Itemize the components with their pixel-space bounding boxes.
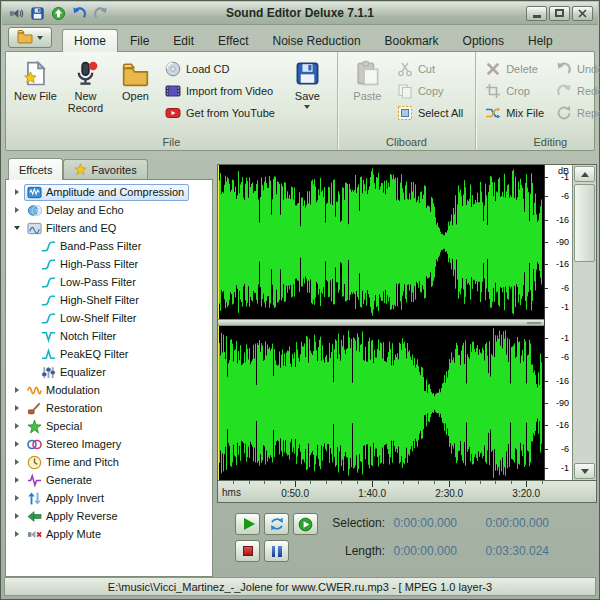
expand-arrow-icon[interactable] <box>10 189 24 195</box>
selection-start-value: 0:00:00.000 <box>385 516 457 530</box>
new-file-button[interactable]: New File <box>12 55 59 131</box>
close-button[interactable] <box>572 6 593 21</box>
maximize-button[interactable] <box>549 6 570 21</box>
qat-save-button[interactable] <box>28 4 46 22</box>
mix-file-button[interactable]: Mix File <box>482 102 550 123</box>
loop-icon <box>269 516 285 532</box>
tree-item-amplitude-and-compression[interactable]: Amplitude and Compression <box>6 183 212 201</box>
tree-item-modulation[interactable]: Modulation <box>6 381 212 399</box>
paste-button[interactable]: Paste <box>344 55 391 131</box>
loop-button[interactable] <box>264 513 289 535</box>
tree-item-apply-reverse[interactable]: Apply Reverse <box>6 507 212 525</box>
tab-help[interactable]: Help <box>516 30 565 51</box>
qat-redo-button[interactable] <box>91 4 109 22</box>
tree-item-peakeq-filter[interactable]: PeakEQ Filter <box>6 345 212 363</box>
ribbon: New FileNew RecordOpenLoad CDImport from… <box>5 51 595 151</box>
expand-arrow-icon[interactable] <box>10 477 24 483</box>
timeline-unit-label: hms <box>222 487 241 498</box>
waveform-left-channel[interactable] <box>218 165 544 319</box>
tree-item-high-shelf-filter[interactable]: High-Shelf Filter <box>6 291 212 309</box>
delete-button[interactable]: Delete <box>482 58 550 79</box>
titlebar[interactable]: Sound Editor Deluxe 7.1.1 <box>2 2 598 25</box>
tab-file[interactable]: File <box>118 30 161 51</box>
db-scale-label: -1 <box>561 463 569 473</box>
expand-arrow-icon[interactable] <box>10 513 24 519</box>
redo-button[interactable]: Redo <box>553 80 600 101</box>
vertical-scrollbar[interactable] <box>572 165 596 480</box>
qat-export-button[interactable] <box>49 4 67 22</box>
cut-button[interactable]: Cut <box>394 58 469 79</box>
collapse-arrow-icon[interactable] <box>10 226 24 230</box>
waveform-right-channel[interactable] <box>218 326 544 480</box>
filter-icon <box>41 257 56 272</box>
tab-options[interactable]: Options <box>451 30 516 51</box>
scrollbar-thumb[interactable] <box>574 184 595 262</box>
tree-item-band-pass-filter[interactable]: Band-Pass Filter <box>6 237 212 255</box>
pause-button[interactable] <box>264 540 289 562</box>
tree-item-delay-and-echo[interactable]: Delay and Echo <box>6 201 212 219</box>
maximize-icon <box>555 9 564 17</box>
undo-button[interactable]: Undo <box>553 58 600 79</box>
channel-divider[interactable] <box>218 319 544 326</box>
tree-item-equalizer[interactable]: Equalizer <box>6 363 212 381</box>
tab-effect[interactable]: Effect <box>206 30 260 51</box>
qat-speaker-button[interactable] <box>7 4 25 22</box>
db-scale-label: -6 <box>561 352 569 362</box>
tree-item-apply-mute[interactable]: Apply Mute <box>6 525 212 543</box>
stereo-icon <box>27 437 42 452</box>
timeline-ruler[interactable]: hms 0:50.01:40.02:30.03:20.0 <box>218 480 596 502</box>
tree-item-apply-invert[interactable]: Apply Invert <box>6 489 212 507</box>
load-cd-button[interactable]: Load CD <box>162 58 281 79</box>
group-label: File <box>6 135 337 150</box>
tree-item-time-and-pitch[interactable]: Time and Pitch <box>6 453 212 471</box>
tab-edit[interactable]: Edit <box>161 30 206 51</box>
crop-button[interactable]: Crop <box>482 80 550 101</box>
repeat-button[interactable]: Repeat <box>553 102 600 123</box>
app-menu-button[interactable] <box>8 27 52 48</box>
expand-arrow-icon[interactable] <box>10 531 24 537</box>
expand-arrow-icon[interactable] <box>10 495 24 501</box>
tree-item-low-pass-filter[interactable]: Low-Pass Filter <box>6 273 212 291</box>
tree-item-filters-and-eq[interactable]: Filters and EQ <box>6 219 212 237</box>
qat-undo-button[interactable] <box>70 4 88 22</box>
tree-item-label: Apply Reverse <box>46 510 118 522</box>
play-selection-button[interactable] <box>293 513 318 535</box>
generate-icon <box>27 473 42 488</box>
expand-arrow-icon[interactable] <box>10 387 24 393</box>
scroll-up-button[interactable] <box>574 166 595 182</box>
play-button[interactable] <box>235 513 260 535</box>
select-all-button[interactable]: Select All <box>394 102 469 123</box>
tree-item-special[interactable]: Special <box>6 417 212 435</box>
copy-button[interactable]: Copy <box>394 80 469 101</box>
expand-arrow-icon[interactable] <box>10 423 24 429</box>
open-button[interactable]: Open <box>112 55 159 131</box>
effects-tree: Amplitude and CompressionDelay and EchoF… <box>5 179 213 577</box>
expand-arrow-icon[interactable] <box>10 441 24 447</box>
panel-tab-favorites[interactable]: Favorites <box>63 159 147 179</box>
save-button[interactable]: Save <box>284 55 331 131</box>
export-icon <box>51 6 66 21</box>
expand-arrow-icon[interactable] <box>10 459 24 465</box>
timeline-tick-label: 2:30.0 <box>435 488 463 499</box>
tree-item-high-pass-filter[interactable]: High-Pass Filter <box>6 255 212 273</box>
tab-bookmark[interactable]: Bookmark <box>373 30 451 51</box>
stop-button[interactable] <box>235 540 260 562</box>
scroll-down-button[interactable] <box>574 463 595 479</box>
import-from-video-button[interactable]: Import from Video <box>162 80 281 101</box>
minimize-button[interactable] <box>526 6 547 21</box>
expand-arrow-icon[interactable] <box>10 207 24 213</box>
tab-home[interactable]: Home <box>62 29 118 52</box>
tree-item-notch-filter[interactable]: Notch Filter <box>6 327 212 345</box>
new-record-button[interactable]: New Record <box>62 55 109 131</box>
arrow-up-icon <box>581 172 589 177</box>
tab-noise-reduction[interactable]: Noise Reduction <box>261 30 373 51</box>
ribbon-tab-bar: HomeFileEditEffectNoise ReductionBookmar… <box>2 25 598 51</box>
get-from-youtube-button[interactable]: Get from YouTube <box>162 102 281 123</box>
panel-tab-effcets[interactable]: Effcets <box>8 158 63 180</box>
tree-item-restoration[interactable]: Restoration <box>6 399 212 417</box>
tree-item-generate[interactable]: Generate <box>6 471 212 489</box>
tree-item-stereo-imagery[interactable]: Stereo Imagery <box>6 435 212 453</box>
tree-item-label: PeakEQ Filter <box>60 348 128 360</box>
expand-arrow-icon[interactable] <box>10 405 24 411</box>
tree-item-low-shelf-filter[interactable]: Low-Shelf Filter <box>6 309 212 327</box>
